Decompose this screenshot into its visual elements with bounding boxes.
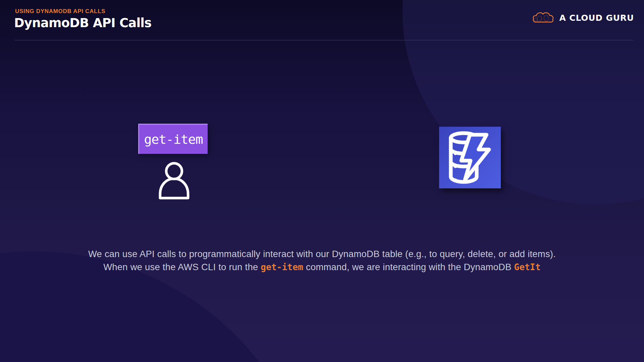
page-title: DynamoDB API Calls [14,16,151,30]
caption-line2-mid: command, we are interacting with the Dyn… [303,262,514,272]
background-circle-top-right [402,0,644,204]
command-label: get-item [144,132,203,147]
caption-line2: When we use the AWS CLI to run the get-i… [0,260,644,274]
command-box: get-item [138,124,208,154]
acloudguru-logo: A CLOUD GURU [533,10,634,25]
person-icon [154,160,195,201]
cloud-icon [533,10,554,25]
acloudguru-wordmark: A CLOUD GURU [559,13,634,23]
caption-line1: We can use API calls to programmatically… [0,247,644,260]
caption: We can use API calls to programmatically… [0,247,644,274]
lesson-eyebrow: USING DYNAMODB API CALLS [15,8,105,15]
caption-code-get-item: get-item [261,262,303,272]
caption-code-getit: GetIt [514,262,541,272]
dynamodb-icon [439,127,501,188]
header-divider [14,40,633,41]
slide: USING DYNAMODB API CALLS DynamoDB API Ca… [0,0,644,362]
caption-line2-text: When we use the AWS CLI to run the [103,262,261,272]
